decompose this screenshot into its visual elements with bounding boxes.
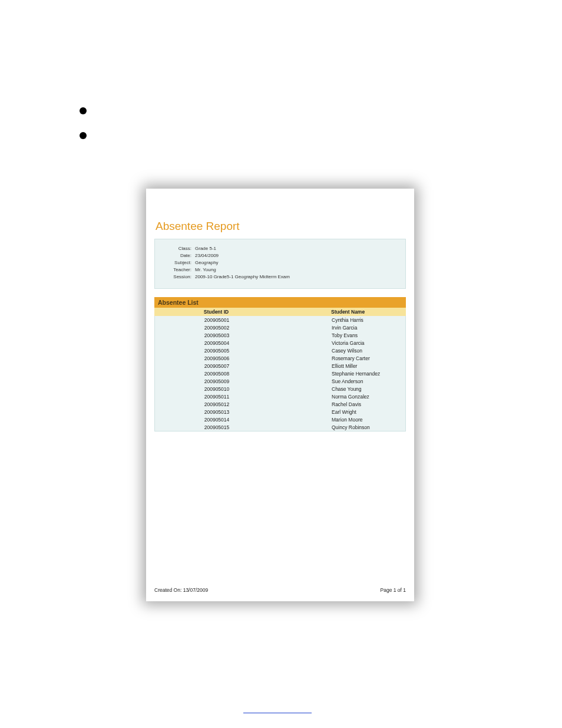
info-row-teacher: Teacher: Mr. Young [161, 267, 399, 272]
value-date: 23/04/2009 [195, 253, 219, 258]
list-section-title: Absentee List [154, 297, 406, 308]
cell-student-id: 200905007 [155, 363, 279, 369]
info-row-class: Class: Grade 5-1 [161, 246, 399, 251]
cell-student-id: 200905015 [155, 424, 279, 430]
cell-student-id: 200905008 [155, 371, 279, 377]
bullet-list [80, 107, 87, 157]
footer-page: Page 1 of 1 [381, 587, 406, 593]
report-preview: Absentee Report Class: Grade 5-1 Date: 2… [146, 189, 414, 601]
cell-student-id: 200905009 [155, 378, 279, 384]
document-page: Absentee Report Class: Grade 5-1 Date: 2… [0, 0, 562, 728]
value-subject: Geography [195, 260, 219, 265]
table-row: 200905014Marion Moore [155, 416, 405, 423]
table-row: 200905011Norma Gonzalez [155, 393, 405, 400]
cell-student-name: Sue Anderson [279, 378, 405, 384]
table-row: 200905005Casey Wilson [155, 347, 405, 354]
info-row-session: Session: 2009-10 Grade5-1 Geography Midt… [161, 274, 399, 279]
cell-student-name: Norma Gonzalez [279, 394, 405, 400]
report-title: Absentee Report [156, 220, 406, 233]
cell-student-name: Chase Young [279, 386, 405, 392]
cell-student-id: 200905006 [155, 355, 279, 361]
cell-student-name: Earl Wright [279, 409, 405, 415]
table-row: 200905004Victoria Garcia [155, 339, 405, 347]
table-row: 200905010Chase Young [155, 385, 405, 393]
cell-student-name: Marion Moore [279, 417, 405, 423]
table-row: 200905015Quincy Robinson [155, 423, 405, 431]
value-class: Grade 5-1 [195, 246, 216, 251]
table-row: 200905006Rosemary Carter [155, 354, 405, 362]
cell-student-id: 200905002 [155, 325, 279, 331]
cell-student-id: 200905003 [155, 332, 279, 338]
bullet-icon [80, 107, 87, 114]
list-header: Student ID Student Name [154, 308, 406, 316]
table-row: 200905001Cynthia Harris [155, 316, 405, 324]
table-row: 200905012Rachel Davis [155, 400, 405, 408]
label-teacher: Teacher: [161, 267, 195, 272]
cell-student-id: 200905004 [155, 340, 279, 346]
cell-student-name: Rosemary Carter [279, 355, 405, 361]
cell-student-id: 200905001 [155, 317, 279, 323]
footer-created-on: Created On: 13/07/2009 [154, 587, 208, 593]
table-row: 200905009Sue Anderson [155, 377, 405, 385]
cell-student-id: 200905005 [155, 348, 279, 354]
hyperlink-underline [243, 713, 312, 713]
column-header-student-name: Student Name [278, 309, 406, 315]
cell-student-id: 200905014 [155, 417, 279, 423]
label-session: Session: [161, 274, 195, 279]
cell-student-name: Victoria Garcia [279, 340, 405, 346]
value-session: 2009-10 Grade5-1 Geography Midterm Exam [195, 274, 290, 279]
table-row: 200905013Earl Wright [155, 408, 405, 416]
cell-student-name: Stephanie Hernandez [279, 371, 405, 377]
cell-student-name: Rachel Davis [279, 401, 405, 407]
label-subject: Subject: [161, 260, 195, 265]
cell-student-id: 200905011 [155, 394, 279, 400]
cell-student-name: Quincy Robinson [279, 424, 405, 430]
cell-student-name: Irvin Garcia [279, 325, 405, 331]
report-info-block: Class: Grade 5-1 Date: 23/04/2009 Subjec… [154, 239, 406, 289]
column-header-student-id: Student ID [154, 309, 278, 315]
table-row: 200905007Elliott Miller [155, 362, 405, 370]
cell-student-id: 200905010 [155, 386, 279, 392]
label-date: Date: [161, 253, 195, 258]
cell-student-name: Elliott Miller [279, 363, 405, 369]
bullet-icon [80, 132, 87, 139]
label-class: Class: [161, 246, 195, 251]
info-row-date: Date: 23/04/2009 [161, 253, 399, 258]
table-row: 200905003Toby Evans [155, 331, 405, 339]
info-row-subject: Subject: Geography [161, 260, 399, 265]
cell-student-name: Cynthia Harris [279, 317, 405, 323]
cell-student-id: 200905013 [155, 409, 279, 415]
cell-student-name: Toby Evans [279, 332, 405, 338]
cell-student-name: Casey Wilson [279, 348, 405, 354]
table-row: 200905008Stephanie Hernandez [155, 370, 405, 377]
value-teacher: Mr. Young [195, 267, 216, 272]
report-footer: Created On: 13/07/2009 Page 1 of 1 [154, 587, 406, 593]
table-row: 200905002Irvin Garcia [155, 324, 405, 331]
cell-student-id: 200905012 [155, 401, 279, 407]
list-body: 200905001Cynthia Harris200905002Irvin Ga… [154, 316, 406, 431]
